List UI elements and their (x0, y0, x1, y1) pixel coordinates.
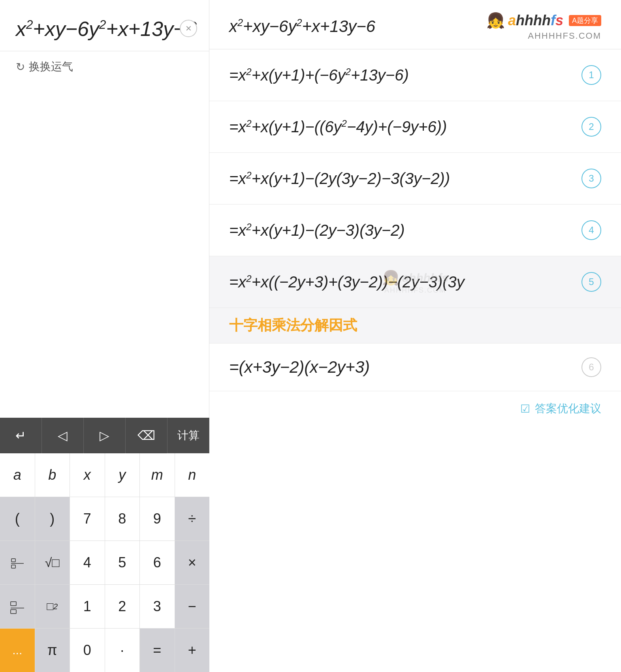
step-4-expr: =x2+x(y+1)−(2y−3)(3y−2) (229, 218, 574, 242)
key-frac2[interactable] (0, 585, 35, 628)
right-header-expression: x2+xy−6y2+x+13y−6 (229, 17, 375, 36)
key-fraction[interactable] (0, 541, 35, 584)
step-row-2: =x2+x(y+1)−((6y2−4y)+(−9y+6)) 2 (209, 101, 621, 153)
kb-forward-button[interactable]: ▷ (84, 418, 126, 453)
step-5-number: 5 (581, 272, 601, 292)
logo-badge: A题分享 (569, 15, 601, 26)
step-3-number: 3 (581, 169, 601, 188)
key-sqrt[interactable]: √□ (35, 541, 70, 584)
key-more[interactable]: ... (0, 629, 35, 672)
svg-rect-2 (11, 565, 15, 568)
step-2-expr: =x2+x(y+1)−((6y2−4y)+(−9y+6)) (229, 115, 574, 139)
method-label: 十字相乘法分解因式 (209, 308, 621, 344)
step-row-4: =x2+x(y+1)−(2y−3)(3y−2) 4 (209, 205, 621, 256)
kb-row-5: ... π 0 · = + (0, 629, 209, 672)
key-4[interactable]: 4 (70, 541, 105, 584)
right-header: x2+xy−6y2+x+13y−6 👧 ahhhhfs A题分享 AHHHHFS… (209, 0, 621, 49)
key-n[interactable]: n (175, 453, 210, 497)
key-y[interactable]: y (105, 453, 140, 497)
step-6-number: 6 (581, 357, 601, 377)
key-0[interactable]: 0 (70, 629, 105, 672)
kb-row-letters: a b x y m n (0, 453, 209, 497)
keyboard-toolbar: ↵ ◁ ▷ ⌫ 计算 (0, 418, 209, 453)
step-2-number: 2 (581, 117, 601, 137)
step-1-number: 1 (581, 65, 601, 85)
kb-back-button[interactable]: ◁ (42, 418, 84, 453)
key-9[interactable]: 9 (140, 497, 175, 541)
key-dot[interactable]: · (105, 629, 140, 672)
kb-enter-button[interactable]: ↵ (0, 418, 42, 453)
answer-row: =(x+3y−2)(x−2y+3) 6 (209, 344, 621, 391)
logo-top: 👧 ahhhhfs A题分享 (486, 12, 601, 29)
back-icon: ◁ (58, 428, 68, 443)
clear-icon: ✕ (185, 24, 192, 33)
delete-icon: ⌫ (137, 428, 155, 443)
logo-char-a: a (508, 12, 516, 28)
key-squared[interactable]: □2 (35, 585, 70, 628)
logo-char-hhhh: hhhh (516, 12, 551, 28)
suggestion-icon: ☑ (520, 402, 530, 415)
key-minus[interactable]: − (175, 585, 210, 628)
svg-rect-3 (11, 602, 16, 606)
key-m[interactable]: m (140, 453, 175, 497)
logo-area: 👧 ahhhhfs A题分享 AHHHHFS.COM (486, 12, 601, 41)
left-panel: x2+xy−6y2+x+13y−6 ✕ ↻ 换换运气 ? 使用须知 👧 ahhh… (0, 0, 209, 672)
kb-row-2: ( ) 7 8 9 ÷ (0, 497, 209, 541)
step-row-5: =x2+x((−2y+3)+(3y−2))−(2y−3)(3y 5 👧 ahhh… (209, 256, 621, 308)
step-1-expr: =x2+x(y+1)+(−6y2+13y−6) (229, 63, 574, 87)
refresh-icon: ↻ (16, 60, 25, 73)
step-row-3: =x2+x(y+1)−(2y(3y−2)−3(3y−2)) 3 (209, 153, 621, 205)
refresh-label: 换换运气 (29, 59, 73, 74)
forward-icon: ▷ (100, 428, 109, 443)
logo-char-f: f (551, 12, 555, 28)
key-lparen[interactable]: ( (0, 497, 35, 541)
key-6[interactable]: 6 (140, 541, 175, 584)
logo-char-s: s (555, 12, 563, 28)
key-x[interactable]: x (70, 453, 105, 497)
key-divide[interactable]: ÷ (175, 497, 210, 541)
refresh-row[interactable]: ↻ 换换运气 (0, 51, 209, 82)
key-2[interactable]: 2 (105, 585, 140, 628)
key-equals[interactable]: = (140, 629, 175, 672)
steps-container[interactable]: =x2+x(y+1)+(−6y2+13y−6) 1 =x2+x(y+1)−((6… (209, 49, 621, 672)
step-5-expr: =x2+x((−2y+3)+(3y−2))−(2y−3)(3y (229, 270, 574, 294)
suggestion-row[interactable]: ☑ 答案优化建议 (209, 391, 621, 426)
keyboard: ↵ ◁ ▷ ⌫ 计算 a b x y (0, 418, 209, 672)
key-3[interactable]: 3 (140, 585, 175, 628)
svg-rect-0 (11, 559, 15, 562)
key-5[interactable]: 5 (105, 541, 140, 584)
kb-calc-button[interactable]: 计算 (167, 418, 209, 453)
input-expression: x2+xy−6y2+x+13y−6 (16, 16, 197, 43)
kb-row-4: □2 1 2 3 − (0, 585, 209, 629)
key-plus[interactable]: + (175, 629, 210, 672)
key-1[interactable]: 1 (70, 585, 105, 628)
enter-icon: ↵ (15, 428, 26, 443)
answer-expression: =(x+3y−2)(x−2y+3) (229, 358, 370, 377)
step-3-expr: =x2+x(y+1)−(2y(3y−2)−3(3y−2)) (229, 167, 574, 190)
logo-site: AHHHHFS.COM (528, 31, 601, 41)
key-rparen[interactable]: ) (35, 497, 70, 541)
key-a[interactable]: a (0, 453, 35, 497)
key-multiply[interactable]: × (175, 541, 210, 584)
right-panel: x2+xy−6y2+x+13y−6 👧 ahhhhfs A题分享 AHHHHFS… (209, 0, 621, 672)
calc-label: 计算 (177, 428, 199, 443)
key-7[interactable]: 7 (70, 497, 105, 541)
clear-button[interactable]: ✕ (180, 20, 197, 37)
step-row-1: =x2+x(y+1)+(−6y2+13y−6) 1 (209, 49, 621, 101)
kb-delete-button[interactable]: ⌫ (126, 418, 167, 453)
step-4-number: 4 (581, 220, 601, 240)
key-pi[interactable]: π (35, 629, 70, 672)
svg-rect-5 (11, 610, 16, 614)
kb-row-3: √□ 4 5 6 × (0, 541, 209, 585)
suggestion-text: 答案优化建议 (535, 401, 601, 416)
key-8[interactable]: 8 (105, 497, 140, 541)
input-area: x2+xy−6y2+x+13y−6 ✕ (0, 0, 209, 51)
key-b[interactable]: b (35, 453, 70, 497)
